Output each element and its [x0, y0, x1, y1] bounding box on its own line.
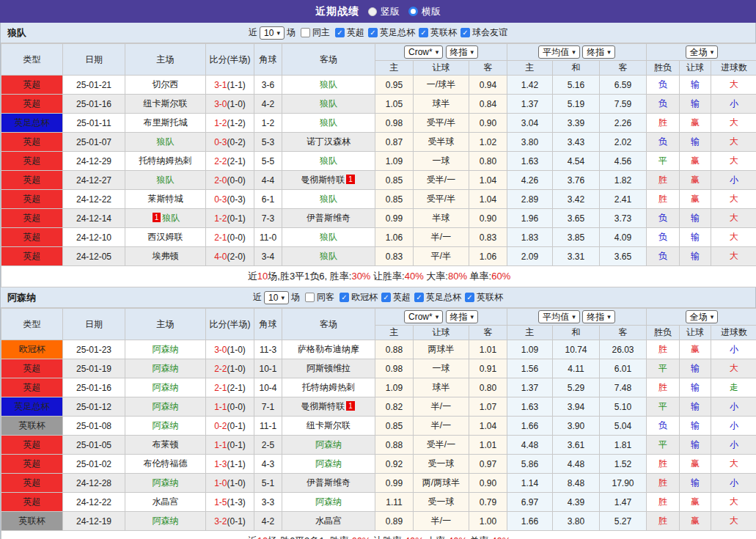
same-venue-filter[interactable]: 同客 — [305, 291, 334, 304]
fulltime-select[interactable]: 全场▾ — [686, 45, 719, 59]
halftime-score: (1-3) — [227, 497, 246, 507]
competition-badge: 英联杯 — [1, 417, 63, 436]
average-odds-value: 1.52 — [614, 459, 631, 469]
competition-filter[interactable]: ✓英超 — [381, 291, 411, 304]
date-value: 24-12-27 — [76, 175, 111, 186]
handicap-result-cell-value: 赢 — [691, 458, 700, 469]
goals-result-cell-value: 大 — [730, 232, 738, 242]
date-value: 25-01-16 — [76, 383, 111, 393]
bookmaker-select[interactable]: Crow*▾ — [404, 310, 443, 323]
competition-name: 英超 — [23, 175, 41, 185]
odds-value: 一球 — [433, 363, 450, 373]
vertical-layout-radio[interactable]: 竖版 — [368, 5, 400, 18]
match-rows: 英超25-01-21切尔西3-1(1-1)3-6狼队0.95一/球半0.941.… — [1, 76, 756, 266]
checkbox-icon[interactable]: ✓ — [335, 28, 345, 37]
chevron-down-icon: ▾ — [711, 312, 714, 322]
competition-name: 英超 — [23, 136, 41, 147]
checkbox-icon[interactable]: ✓ — [419, 28, 428, 37]
checkbox-icon[interactable]: ✓ — [414, 293, 424, 302]
competition-filter[interactable]: ✓英联杯 — [419, 26, 457, 39]
final-odds-select[interactable]: 终指▾ — [446, 310, 479, 323]
away-team: 伊普斯维奇 — [282, 474, 375, 493]
halftime-score: (0-3) — [227, 194, 246, 205]
average-select[interactable]: 平均值▾ — [538, 45, 580, 59]
average-odds-cell: 2.02 — [600, 133, 647, 152]
checkbox-icon[interactable]: ✓ — [460, 28, 470, 37]
col-handicap-result: 让球 — [680, 61, 711, 76]
average-odds-value: 5.29 — [568, 383, 584, 393]
competition-badge: 英超 — [1, 359, 63, 378]
match-count-select[interactable]: 10▾ — [260, 26, 285, 40]
goals-result-cell: 小 — [711, 474, 756, 493]
away-team-name: 阿森纳 — [315, 458, 342, 469]
home-team: 阿森纳 — [125, 378, 206, 397]
competition-filter[interactable]: ✓英足总杯 — [414, 291, 461, 304]
match-date: 25-01-12 — [63, 397, 125, 417]
result-cell: 胜 — [647, 340, 680, 359]
halftime-score: (0-0) — [227, 402, 246, 412]
odds-cell: 0.99 — [375, 474, 414, 493]
checkbox-icon[interactable]: ✓ — [340, 293, 349, 302]
handicap-result-cell: 输 — [680, 474, 711, 493]
checkbox-icon[interactable]: ✓ — [368, 28, 378, 37]
home-team: 托特纳姆热刺 — [125, 152, 206, 171]
average-odds-cell: 1.66 — [507, 417, 553, 436]
header-group-row: 类型 日期 主场 比分(半场) 角球 客场 Crow*▾ 终指▾ 平均值▾ 终指… — [1, 44, 756, 61]
date-value: 24-12-05 — [76, 252, 111, 262]
competition-filter[interactable]: ✓欧冠杯 — [340, 291, 378, 304]
corner-value: 4-3 — [262, 459, 274, 469]
goals-result-cell-value: 大 — [730, 79, 738, 89]
odds-value: 0.91 — [480, 364, 496, 374]
average-odds-cell: 4.39 — [553, 493, 600, 512]
competition-filter[interactable]: ✓英足总杯 — [368, 26, 415, 39]
bookmaker-select[interactable]: Crow*▾ — [404, 45, 443, 59]
average-odds-cell: 3.90 — [553, 417, 600, 436]
results-table: 类型 日期 主场 比分(半场) 角球 客场 Crow*▾ 终指▾ 平均值▾ 终指… — [1, 308, 756, 539]
competition-name: 英超 — [23, 363, 41, 373]
halftime-score: (0-1) — [227, 516, 246, 527]
date-value: 25-01-05 — [76, 440, 111, 450]
odds-cell: 0.82 — [375, 397, 414, 417]
average-odds-cell: 2.89 — [507, 190, 553, 209]
final-average-select[interactable]: 终指▾ — [582, 310, 615, 323]
checkbox-icon[interactable] — [305, 293, 315, 302]
odds-value: 1.04 — [480, 175, 496, 186]
corner-cell: 10-4 — [254, 378, 282, 397]
result-cell: 胜 — [647, 512, 680, 531]
average-odds-cell: 6.97 — [507, 493, 553, 512]
match-count-select[interactable]: 10▾ — [264, 291, 289, 304]
final-average-select[interactable]: 终指▾ — [582, 45, 615, 59]
average-odds-value: 2.26 — [614, 118, 631, 128]
summary-part: 让胜率: — [370, 535, 404, 539]
horizontal-layout-radio[interactable]: 横版 — [408, 5, 441, 18]
competition-name: 英足总杯 — [15, 117, 50, 128]
competition-filter[interactable]: ✓英联杯 — [465, 291, 503, 304]
summary-part: 让胜率: — [370, 271, 404, 282]
radio-icon[interactable] — [368, 7, 377, 16]
chevron-down-icon: ▾ — [436, 47, 439, 57]
goals-result-cell: 大 — [711, 247, 756, 266]
odds-cell: 1.04 — [469, 190, 507, 209]
score-cell: 2-1(0-0) — [206, 228, 254, 247]
radio-icon[interactable] — [408, 7, 418, 16]
date-value: 24-12-22 — [76, 497, 111, 507]
competition-filter[interactable]: ✓英超 — [335, 26, 364, 39]
average-odds-cell: 7.59 — [600, 95, 647, 114]
halftime-score: (2-1) — [227, 383, 246, 393]
average-select[interactable]: 平均值▾ — [538, 310, 580, 323]
final-odds-select[interactable]: 终指▾ — [446, 45, 479, 59]
result-cell-value: 负 — [658, 79, 667, 89]
goals-result-cell: 大 — [711, 114, 756, 133]
fulltime-select[interactable]: 全场▾ — [686, 310, 719, 323]
odds-value: 半/一 — [431, 516, 451, 526]
goals-result-cell-value: 大 — [730, 117, 738, 128]
same-venue-filter[interactable]: 同主 — [301, 26, 330, 39]
average-odds-cell: 3.80 — [553, 512, 600, 531]
competition-filter[interactable]: ✓球会友谊 — [460, 26, 507, 39]
checkbox-icon[interactable] — [301, 28, 310, 37]
checkbox-icon[interactable]: ✓ — [465, 293, 474, 302]
result-cell: 胜 — [647, 474, 680, 493]
average-odds-value: 3.80 — [568, 516, 584, 527]
checkbox-icon[interactable]: ✓ — [381, 293, 391, 302]
home-team: 布里斯托城 — [125, 114, 206, 133]
